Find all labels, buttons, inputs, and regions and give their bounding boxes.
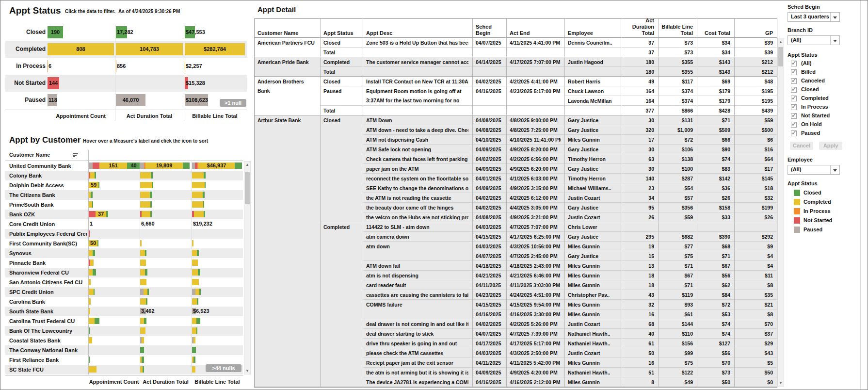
bar-segment[interactable] bbox=[192, 269, 198, 276]
bar-segment[interactable] bbox=[192, 260, 198, 266]
bar-segment[interactable] bbox=[195, 289, 199, 295]
bar-segment[interactable] bbox=[89, 230, 90, 237]
bar-segment[interactable] bbox=[204, 211, 205, 217]
bar-segment[interactable] bbox=[198, 269, 200, 276]
bar-segment[interactable] bbox=[89, 201, 92, 208]
legend-swatch-yellow[interactable] bbox=[794, 199, 800, 205]
bar-segment[interactable] bbox=[199, 289, 201, 295]
bar-segment[interactable] bbox=[89, 289, 94, 295]
bar-segment[interactable] bbox=[192, 192, 203, 198]
scrollbar-thumb[interactable] bbox=[778, 47, 783, 66]
checkbox-billed[interactable]: ✓ bbox=[791, 69, 797, 75]
legend-swatch-gray[interactable] bbox=[794, 227, 800, 233]
status-null-indicator[interactable]: >1 null bbox=[220, 99, 246, 107]
legend-swatch-orange[interactable] bbox=[794, 208, 800, 214]
bar-segment[interactable] bbox=[197, 298, 198, 305]
checkbox-on-hold[interactable]: ✓ bbox=[791, 122, 797, 128]
legend-swatch-green[interactable] bbox=[794, 190, 800, 196]
bar-segment[interactable] bbox=[196, 318, 200, 324]
bar-segment[interactable] bbox=[192, 347, 196, 353]
bar-segment[interactable] bbox=[97, 240, 98, 246]
bar-segment[interactable] bbox=[140, 201, 150, 208]
bar-segment[interactable] bbox=[93, 162, 99, 169]
bar-segment[interactable] bbox=[90, 260, 94, 266]
bar-segment[interactable] bbox=[147, 289, 149, 295]
bar-segment[interactable] bbox=[192, 240, 193, 246]
bar-segment[interactable] bbox=[144, 289, 147, 295]
branch-id-dropdown-button[interactable] bbox=[830, 36, 839, 45]
legend-swatch-red[interactable] bbox=[794, 217, 800, 224]
sort-icon[interactable] bbox=[73, 153, 79, 158]
checkbox-closed[interactable]: ✓ bbox=[791, 87, 797, 93]
bar-segment[interactable] bbox=[142, 211, 150, 217]
bar-segment[interactable] bbox=[203, 192, 205, 198]
bar-segment[interactable] bbox=[152, 182, 153, 188]
checkbox--all-[interactable]: ✓ bbox=[791, 61, 797, 66]
apply-button[interactable]: Apply bbox=[819, 142, 842, 150]
bar-segment[interactable] bbox=[140, 192, 150, 198]
bar-segment[interactable] bbox=[150, 201, 152, 208]
bar-segment[interactable] bbox=[235, 162, 242, 169]
bar-segment[interactable] bbox=[192, 250, 197, 256]
bar-segment[interactable] bbox=[140, 279, 146, 285]
bar-segment[interactable] bbox=[92, 201, 93, 208]
scroll-down-icon[interactable]: ▼ bbox=[778, 381, 784, 385]
bar-segment[interactable] bbox=[89, 250, 93, 256]
bar-segment[interactable] bbox=[89, 318, 95, 324]
bar-segment[interactable] bbox=[140, 260, 146, 266]
bar-segment[interactable] bbox=[193, 357, 195, 363]
bar-segment[interactable] bbox=[95, 172, 96, 179]
bar-segment[interactable] bbox=[89, 279, 91, 285]
sched-begin-dropdown[interactable]: Last 3 quarters bbox=[788, 12, 840, 22]
status-bar-in-process[interactable] bbox=[116, 60, 116, 72]
bar-segment[interactable] bbox=[95, 318, 99, 324]
bar-segment[interactable] bbox=[140, 289, 144, 295]
scroll-down-icon[interactable]: ▼ bbox=[244, 369, 250, 373]
bar-segment[interactable] bbox=[205, 182, 206, 188]
scroll-up-icon[interactable]: ▲ bbox=[244, 162, 250, 167]
bar-segment[interactable] bbox=[192, 366, 195, 373]
detail-scrollbar[interactable]: ▲▼ bbox=[777, 38, 784, 387]
customer-scrollbar[interactable]: ▲▼ bbox=[244, 161, 251, 374]
bar-segment[interactable] bbox=[140, 298, 146, 305]
bar-segment[interactable] bbox=[140, 327, 145, 334]
checkbox-completed[interactable]: ✓ bbox=[791, 96, 797, 101]
bar-segment[interactable] bbox=[146, 298, 147, 305]
bar-segment[interactable] bbox=[89, 366, 96, 373]
status-bar-in-process[interactable] bbox=[185, 60, 185, 72]
checkbox-in-process[interactable]: ✓ bbox=[791, 104, 797, 110]
bar-segment[interactable] bbox=[140, 347, 144, 353]
bar-segment[interactable] bbox=[196, 327, 197, 334]
bar-segment[interactable] bbox=[192, 172, 204, 179]
employee-dropdown-button[interactable] bbox=[830, 165, 839, 174]
bar-segment[interactable] bbox=[197, 250, 199, 256]
checkbox-not-started[interactable]: ✓ bbox=[791, 113, 797, 119]
bar-segment[interactable] bbox=[192, 279, 199, 285]
bar-segment[interactable] bbox=[89, 298, 91, 305]
bar-segment[interactable] bbox=[144, 318, 146, 324]
checkbox-paused[interactable]: ✓ bbox=[791, 130, 797, 136]
bar-segment[interactable] bbox=[90, 172, 95, 179]
bar-segment[interactable] bbox=[145, 269, 147, 276]
bar-segment[interactable] bbox=[140, 269, 145, 276]
scroll-up-icon[interactable]: ▲ bbox=[778, 40, 784, 44]
bar-segment[interactable] bbox=[150, 192, 152, 198]
bar-segment[interactable] bbox=[192, 182, 205, 188]
bar-segment[interactable] bbox=[140, 318, 144, 324]
bar-segment[interactable] bbox=[192, 201, 203, 208]
bar-segment[interactable] bbox=[204, 172, 206, 179]
bar-segment[interactable] bbox=[140, 162, 144, 169]
bar-segment[interactable] bbox=[145, 250, 146, 256]
bar-segment[interactable] bbox=[140, 250, 145, 256]
bar-segment[interactable] bbox=[98, 182, 99, 188]
checkbox-canceled[interactable]: ✓ bbox=[791, 78, 797, 84]
bar-segment[interactable] bbox=[192, 289, 195, 295]
bar-segment[interactable] bbox=[140, 182, 152, 188]
bar-segment[interactable] bbox=[150, 211, 152, 217]
bar-segment[interactable] bbox=[89, 337, 92, 343]
bar-segment[interactable] bbox=[89, 327, 90, 334]
bar-segment[interactable] bbox=[93, 269, 96, 276]
bar-segment[interactable] bbox=[194, 211, 204, 217]
branch-id-dropdown[interactable]: (All) bbox=[788, 35, 840, 45]
bar-segment[interactable] bbox=[89, 269, 93, 276]
